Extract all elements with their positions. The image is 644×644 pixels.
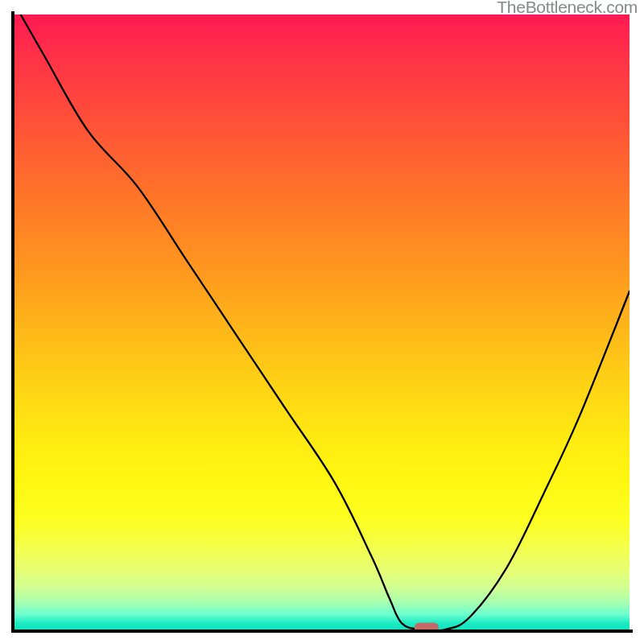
y-axis <box>11 11 14 633</box>
plot-area <box>14 14 630 630</box>
x-axis <box>11 630 633 633</box>
watermark-text: TheBottleneck.com <box>497 0 638 17</box>
bottleneck-chart: TheBottleneck.com <box>0 0 644 644</box>
bottleneck-curve-line <box>21 14 630 630</box>
optimal-point-marker <box>415 623 439 630</box>
